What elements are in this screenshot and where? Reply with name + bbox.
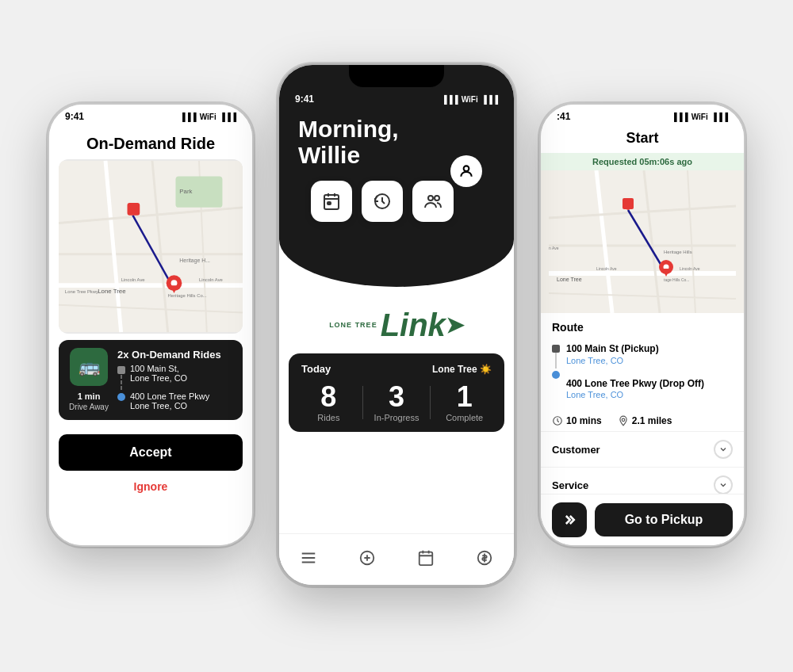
phones-container: 9:41 ▐▐▐ WiFi ▐▐▐ On-Demand Ride — [0, 0, 793, 672]
service-label: Service — [552, 479, 588, 491]
location-badge: Lone Tree ☀️ — [432, 364, 492, 375]
profile-button[interactable] — [450, 155, 482, 187]
customer-chevron[interactable] — [714, 440, 733, 459]
history-button[interactable] — [362, 181, 403, 222]
svg-text:Lincoln Ave: Lincoln Ave — [680, 266, 700, 271]
route-title: Route — [552, 321, 733, 334]
rides-label: Rides — [295, 413, 362, 422]
pickup-dot — [117, 366, 125, 374]
svg-point-22 — [464, 166, 469, 171]
svg-text:Lone Tree: Lone Tree — [557, 277, 582, 282]
distance-value: 2.1 miles — [632, 415, 672, 426]
right-time: :41 — [557, 111, 570, 122]
svg-text:Lincoln Ave: Lincoln Ave — [596, 266, 617, 271]
inprogress-stat: 3 In-Progress — [363, 383, 431, 422]
svg-text:Heritage Hills Co...: Heritage Hills Co... — [168, 293, 207, 298]
svg-text:Lone Tree Pkwy: Lone Tree Pkwy — [65, 289, 98, 294]
left-map: Park Lone Tree Heritage H... Heritage Hi… — [59, 159, 243, 334]
center-signal: ▐▐▐ — [441, 95, 458, 104]
svg-text:Heritage H...: Heritage H... — [179, 258, 210, 264]
stats-row-right: 10 mins 2.1 miles — [541, 410, 744, 431]
svg-text:Lincoln Ave: Lincoln Ave — [121, 277, 145, 282]
dropoff-stop: 400 Lone Tree Pkwy Lone Tree, CO — [117, 391, 233, 410]
notch — [349, 65, 444, 87]
go-pickup-bar: Go to Pickup — [541, 494, 744, 545]
right-header-title: Start — [541, 125, 744, 153]
logo-arrow-icon: ➤ — [446, 312, 464, 338]
pickup-route-city: Lone Tree, CO — [566, 356, 659, 365]
svg-point-29 — [428, 196, 433, 200]
left-title: On-Demand Ride — [49, 125, 252, 159]
center-time: 9:41 — [295, 94, 314, 105]
right-signal: ▐▐▐ — [671, 113, 688, 121]
requested-badge: Requested 05m:06s ago — [541, 153, 744, 170]
distance-stat: 2.1 miles — [618, 415, 672, 426]
svg-point-30 — [435, 196, 439, 200]
today-label: Today — [301, 363, 331, 375]
service-chevron[interactable] — [714, 475, 733, 494]
left-status-bar: 9:41 ▐▐▐ WiFi ▐▐▐ — [49, 105, 252, 125]
greeting-line2: Willie — [298, 142, 360, 168]
right-map: Lone Tree Heritage Hills n Ave tage Hill… — [541, 170, 744, 313]
svg-text:Park: Park — [179, 188, 192, 195]
ride-stops: 2x On-Demand Rides 100 Main St, — [117, 349, 233, 412]
drive-away: 1 min Drive Away — [69, 391, 109, 412]
customer-accordion[interactable]: Customer — [541, 431, 744, 467]
inprogress-num: 3 — [363, 383, 431, 411]
center-status-bar: 9:41 ▐▐▐ WiFi ▐▐▐ — [295, 94, 498, 116]
dropoff-city: Lone Tree, CO — [130, 401, 209, 410]
greeting-line1: Morning, — [298, 116, 399, 142]
right-wifi: WiFi — [691, 113, 708, 121]
pickup-route-street: 100 Main St (Pickup) — [566, 343, 659, 356]
right-status-bar: :41 ▐▐▐ WiFi ▐▐▐ — [541, 105, 744, 125]
nav-dollar-button[interactable] — [470, 544, 499, 572]
bottom-nav — [279, 533, 514, 585]
today-section: Today Lone Tree ☀️ 8 Rides 3 In-Progress — [289, 353, 504, 432]
inprogress-label: In-Progress — [363, 413, 431, 422]
center-battery: ▐▐▐ — [481, 95, 498, 104]
go-pickup-button[interactable]: Go to Pickup — [595, 503, 733, 536]
pickup-route-stop: 100 Main St (Pickup) Lone Tree, CO — [566, 343, 733, 365]
complete-label: Complete — [431, 413, 498, 422]
svg-rect-43 — [549, 170, 736, 313]
ignore-button[interactable]: Ignore — [49, 475, 252, 498]
center-wifi: WiFi — [462, 95, 478, 104]
duration-value: 10 mins — [566, 415, 602, 426]
forward-icon-button[interactable] — [552, 502, 587, 537]
nav-list-button[interactable] — [294, 544, 323, 572]
accept-button[interactable]: Accept — [59, 434, 243, 471]
left-status-icons: ▐▐▐ WiFi ▐▐▐ — [179, 113, 236, 121]
right-phone-content: :41 ▐▐▐ WiFi ▐▐▐ Start Requested 05m:06s… — [541, 105, 744, 545]
pickup-route-dot — [552, 345, 560, 353]
logo-area: LONE TREE Link ➤ — [279, 287, 514, 347]
complete-stat: 1 Complete — [431, 383, 498, 422]
svg-text:Heritage Hills: Heritage Hills — [664, 250, 692, 254]
wifi-icon: WiFi — [200, 113, 216, 121]
logo-link-text: Link — [381, 311, 446, 339]
nav-calendar-button[interactable] — [412, 544, 440, 572]
rides-stat: 8 Rides — [295, 383, 362, 422]
center-phone-content: 9:41 ▐▐▐ WiFi ▐▐▐ Morning, Willie — [279, 65, 514, 585]
dropoff-route-city: Lone Tree, CO — [566, 390, 704, 399]
route-section: Route 100 Main St (Pickup) Lone Tree, CO — [541, 313, 744, 410]
people-button[interactable] — [412, 181, 454, 222]
signal-icon: ▐▐▐ — [179, 113, 196, 121]
stats-row: 8 Rides 3 In-Progress 1 Complete — [295, 383, 498, 422]
svg-text:Lincoln Ave: Lincoln Ave — [199, 277, 223, 282]
dropoff-route-dot — [552, 371, 560, 379]
dropoff-route-stop: 400 Lone Tree Pkwy (Drop Off) Lone Tree,… — [566, 378, 733, 400]
left-phone-content: 9:41 ▐▐▐ WiFi ▐▐▐ On-Demand Ride — [49, 105, 252, 545]
duration-stat: 10 mins — [552, 415, 602, 426]
pickup-stop: 100 Main St, Lone Tree, CO — [117, 364, 233, 390]
phone-right: :41 ▐▐▐ WiFi ▐▐▐ Start Requested 05m:06s… — [539, 103, 745, 547]
ride-info-card: 🚌 1 min Drive Away 2x On-Demand Rides — [59, 340, 243, 420]
right-battery: ▐▐▐ — [711, 113, 728, 121]
svg-text:n Ave: n Ave — [549, 246, 559, 250]
phone-center: 9:41 ▐▐▐ WiFi ▐▐▐ Morning, Willie — [278, 63, 515, 586]
dropoff-dot — [117, 393, 125, 401]
nav-add-button[interactable] — [353, 544, 381, 572]
svg-text:tage Hills Co...: tage Hills Co... — [664, 277, 690, 282]
calendar-button[interactable] — [311, 181, 352, 222]
battery-icon: ▐▐▐ — [220, 113, 236, 121]
pickup-street: 100 Main St, — [130, 364, 187, 373]
